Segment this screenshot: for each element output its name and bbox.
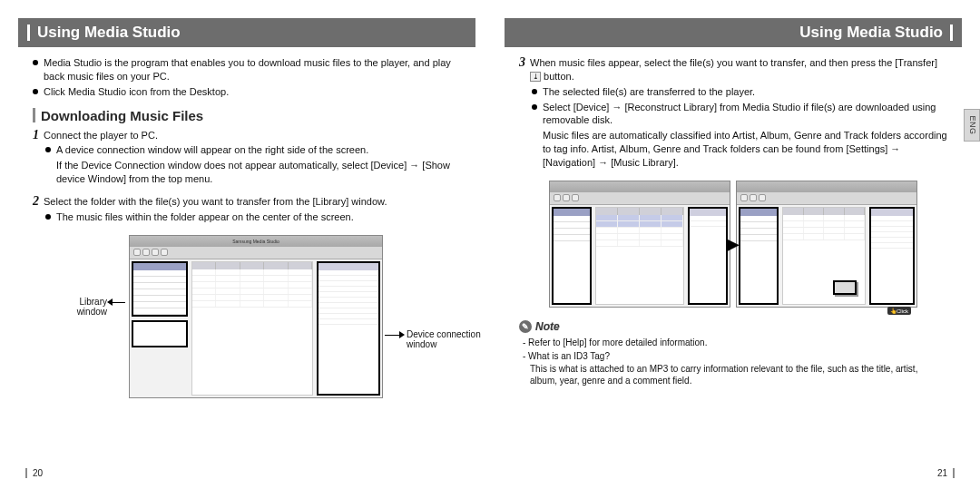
library-item[interactable] bbox=[133, 296, 186, 302]
library-item[interactable] bbox=[554, 229, 590, 235]
device-header bbox=[871, 209, 913, 216]
intro-text-2: Click Media Studio icon from the Desktop… bbox=[44, 85, 229, 99]
click-badge: 👆Click bbox=[887, 307, 911, 315]
toolbar-button[interactable] bbox=[554, 194, 561, 201]
step-3-sub-2: Select [Device] → [Reconstruct Library] … bbox=[532, 101, 947, 128]
device-header bbox=[318, 263, 378, 270]
app-toolbar bbox=[550, 192, 730, 205]
file-row-selected[interactable] bbox=[596, 221, 683, 228]
pencil-icon: ✎ bbox=[519, 320, 532, 333]
section-bar-icon bbox=[33, 108, 35, 122]
step-3-sub-2-text: Select [Device] → [Reconstruct Library] … bbox=[543, 101, 947, 128]
device-header bbox=[690, 209, 726, 216]
device-panel[interactable] bbox=[688, 207, 728, 305]
step-3-sub-3: Music files are automatically classified… bbox=[543, 129, 947, 170]
toolbar-button[interactable] bbox=[563, 194, 570, 201]
library-item[interactable] bbox=[133, 277, 186, 283]
toolbar-button[interactable] bbox=[133, 249, 141, 256]
file-row[interactable] bbox=[783, 234, 865, 240]
bullet-icon bbox=[33, 89, 38, 94]
section-title: Downloading Music Files bbox=[41, 108, 203, 123]
toolbar-button[interactable] bbox=[161, 249, 168, 256]
app-toolbar bbox=[130, 247, 382, 259]
step-1-sub-2: If the Device Connection window does not… bbox=[56, 159, 461, 186]
file-list-panel[interactable] bbox=[595, 207, 684, 305]
file-row[interactable] bbox=[192, 289, 312, 295]
header-right: Using Media Studio bbox=[505, 18, 965, 47]
click-label: Click bbox=[897, 308, 908, 314]
device-panel[interactable] bbox=[869, 207, 915, 305]
note-item-2: - What is an ID3 Tag? bbox=[523, 350, 947, 362]
file-row[interactable] bbox=[192, 276, 312, 282]
file-row[interactable] bbox=[783, 215, 865, 221]
callout-library-text: Library window bbox=[77, 297, 107, 317]
library-item[interactable] bbox=[554, 222, 590, 229]
toolbar-button[interactable] bbox=[750, 194, 757, 201]
callout-device-text: Device connection window bbox=[407, 329, 481, 349]
file-row[interactable] bbox=[192, 301, 312, 308]
library-item[interactable] bbox=[133, 289, 186, 296]
file-row[interactable] bbox=[192, 282, 312, 289]
header-title-right: Using Media Studio bbox=[799, 24, 943, 42]
library-item[interactable] bbox=[740, 222, 777, 229]
language-tab-label: ENG bbox=[967, 115, 976, 134]
file-row[interactable] bbox=[783, 221, 865, 228]
device-row[interactable] bbox=[871, 243, 913, 249]
library-item[interactable] bbox=[554, 216, 590, 222]
page-number-right: 21 bbox=[937, 468, 955, 478]
app-window-before: 👆Click bbox=[549, 181, 730, 308]
bullet-icon bbox=[532, 104, 537, 110]
app-titlebar bbox=[550, 181, 730, 192]
app-window: Samsung Media Studio bbox=[129, 235, 383, 398]
header-left: Using Media Studio bbox=[15, 18, 475, 47]
library-item[interactable] bbox=[740, 235, 777, 241]
transfer-button-highlight[interactable] bbox=[833, 280, 857, 295]
library-header bbox=[133, 263, 186, 270]
file-row[interactable] bbox=[596, 240, 683, 247]
step-3-sub-1-text: The selected file(s) are transferred to … bbox=[543, 85, 755, 99]
file-row-selected[interactable] bbox=[596, 215, 683, 221]
library-panel[interactable] bbox=[552, 207, 592, 305]
file-row[interactable] bbox=[783, 228, 865, 234]
figure-left: Library window Samsung Media Studio bbox=[56, 235, 437, 416]
device-row[interactable] bbox=[318, 319, 378, 325]
note-item-1: - Refer to [Help] for more detailed info… bbox=[523, 337, 947, 348]
step-1-sub-1-text: A device connection window will appear o… bbox=[56, 143, 368, 157]
file-list-panel[interactable] bbox=[191, 261, 313, 396]
note-item-3: This is what is attached to an MP3 to ca… bbox=[530, 363, 947, 386]
language-tab[interactable]: ENG bbox=[964, 109, 980, 142]
library-item[interactable] bbox=[133, 283, 186, 289]
header-bar-accent bbox=[27, 24, 30, 41]
step-1: 1 Connect the player to PC. bbox=[33, 129, 461, 142]
arrow-right-icon bbox=[399, 331, 405, 338]
file-row[interactable] bbox=[596, 228, 683, 234]
library-item[interactable] bbox=[740, 229, 777, 235]
step-3-sub-1: The selected file(s) are transferred to … bbox=[532, 85, 947, 99]
device-row[interactable] bbox=[690, 221, 726, 227]
library-item[interactable] bbox=[133, 270, 186, 277]
toolbar-button[interactable] bbox=[740, 194, 748, 201]
library-item[interactable] bbox=[554, 235, 590, 241]
library-panel[interactable] bbox=[132, 261, 188, 317]
library-item[interactable] bbox=[133, 308, 186, 315]
file-row[interactable] bbox=[596, 234, 683, 240]
playlist-panel[interactable] bbox=[132, 320, 188, 347]
library-header bbox=[740, 209, 777, 216]
callout-library: Library window bbox=[54, 297, 107, 317]
library-panel[interactable] bbox=[739, 207, 779, 305]
toolbar-button[interactable] bbox=[759, 194, 766, 201]
file-row[interactable] bbox=[192, 295, 312, 301]
toolbar-button[interactable] bbox=[572, 194, 579, 201]
device-panel[interactable] bbox=[317, 261, 380, 396]
arrow-right-icon: ▶ bbox=[727, 234, 740, 254]
header-bar-accent bbox=[950, 24, 953, 41]
right-content: 3 When music files appear, select the fi… bbox=[490, 56, 980, 386]
toolbar-button[interactable] bbox=[152, 249, 159, 256]
file-row[interactable] bbox=[192, 269, 312, 276]
library-item[interactable] bbox=[740, 216, 777, 222]
toolbar-button[interactable] bbox=[142, 249, 150, 256]
page-21: Using Media Studio 3 When music files ap… bbox=[490, 0, 980, 489]
note-heading: ✎ Note bbox=[519, 320, 947, 333]
library-item[interactable] bbox=[133, 302, 186, 308]
step-1-sub-1: A device connection window will appear o… bbox=[45, 143, 461, 157]
